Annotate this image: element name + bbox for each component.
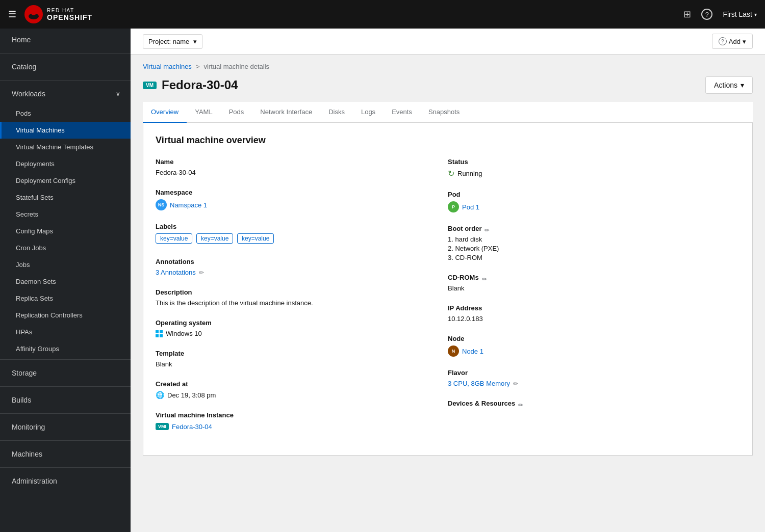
sidebar-item-builds[interactable]: Builds — [0, 389, 131, 411]
status-value: ↻ Running — [448, 169, 720, 178]
created-value: 🌐 Dec 19, 3:08 pm — [156, 391, 427, 399]
os-text: Windows 10 — [166, 330, 202, 337]
pod-label: Pod — [448, 191, 720, 198]
sidebar-item-cron-jobs[interactable]: Cron Jobs — [0, 240, 131, 256]
add-label: Add — [729, 38, 741, 45]
tab-snapshots[interactable]: Snapshots — [420, 102, 468, 123]
overview-card: Virtual machine overview Name Fedora-30-… — [143, 123, 753, 456]
sidebar-item-deployment-configs[interactable]: Deployment Configs — [0, 172, 131, 189]
actions-button[interactable]: Actions ▾ — [705, 76, 753, 94]
sidebar-item-stateful-sets[interactable]: Stateful Sets — [0, 189, 131, 206]
sidebar-item-catalog[interactable]: Catalog — [0, 56, 131, 78]
sidebar-item-workloads[interactable]: Workloads ∨ — [0, 83, 131, 105]
tab-disks[interactable]: Disks — [320, 102, 353, 123]
sidebar-item-storage[interactable]: Storage — [0, 362, 131, 384]
description-label: Description — [156, 288, 427, 296]
pod-circle-badge: P — [448, 201, 459, 212]
sidebar-affinitygroups-label: Affinity Groups — [16, 345, 59, 353]
annotations-link[interactable]: 3 Annotations — [156, 269, 196, 276]
sidebar-item-vm-templates[interactable]: Virtual Machine Templates — [0, 139, 131, 155]
add-help-icon: ? — [719, 37, 727, 45]
field-status: Status ↻ Running — [448, 158, 720, 178]
add-button[interactable]: ? Add ▾ — [712, 34, 753, 49]
breadcrumb-current: virtual machine details — [203, 63, 269, 70]
svg-rect-4 — [160, 330, 163, 333]
sidebar-configmaps-label: Config Maps — [16, 227, 53, 235]
field-labels: Labels key=value key=value key=value — [156, 223, 427, 246]
annotations-edit-icon[interactable]: ✏ — [199, 269, 204, 276]
vm-title: VM Fedora-30-04 — [143, 78, 238, 92]
sidebar-home-label: Home — [12, 36, 31, 44]
sidebar-item-daemon-sets[interactable]: Daemon Sets — [0, 273, 131, 290]
sidebar-item-replica-sets[interactable]: Replica Sets — [0, 290, 131, 307]
namespace-value: NS Namspace 1 — [156, 199, 207, 210]
vm-type-badge: VM — [143, 82, 157, 89]
sidebar-catalog-label: Catalog — [12, 63, 36, 71]
sidebar-workloads-label: Workloads — [12, 90, 45, 98]
tab-yaml[interactable]: YAML — [187, 102, 220, 123]
flavor-edit-icon[interactable]: ✏ — [513, 380, 518, 387]
sidebar-item-pods[interactable]: Pods — [0, 105, 131, 122]
user-menu[interactable]: First Last ▾ — [723, 10, 757, 18]
cdrom-label: CD-ROMs — [448, 274, 479, 281]
tab-disks-label: Disks — [328, 108, 345, 116]
main-content: Project: name ▾ ? Add ▾ Virtual machines… — [131, 29, 765, 532]
field-node: Node N Node 1 — [448, 335, 720, 357]
tabs-bar: Overview YAML Pods Network Interface Dis… — [143, 102, 753, 123]
hamburger-menu[interactable]: ☰ — [8, 9, 16, 20]
cdrom-value: Blank — [448, 284, 720, 292]
sidebar-deployment-configs-label: Deployment Configs — [16, 177, 75, 184]
tab-events[interactable]: Events — [384, 102, 420, 123]
project-selector[interactable]: Project: name ▾ — [143, 34, 202, 49]
field-name: Name Fedora-30-04 — [156, 158, 427, 176]
tab-pods[interactable]: Pods — [221, 102, 252, 123]
tab-network-interface[interactable]: Network Interface — [252, 102, 320, 123]
pod-link[interactable]: Pod 1 — [462, 203, 479, 211]
sidebar-item-replication-controllers[interactable]: Replication Controllers — [0, 307, 131, 324]
sidebar-builds-label: Builds — [12, 396, 31, 404]
sidebar-item-monitoring[interactable]: Monitoring — [0, 416, 131, 438]
sidebar-item-administration[interactable]: Administration — [0, 470, 131, 492]
overview-right-col: Status ↻ Running Pod P Pod 1 — [448, 158, 740, 443]
sidebar-pods-label: Pods — [16, 110, 31, 117]
flavor-link[interactable]: 3 CPU, 8GB Memory — [448, 380, 510, 387]
field-cdrom: CD-ROMs ✏ Blank — [448, 274, 720, 292]
logo-text: RED HAT OPENSHIFT — [47, 8, 92, 21]
field-ip: IP Address 10.12.0.183 — [448, 304, 720, 323]
sidebar-item-machines[interactable]: Machines — [0, 443, 131, 465]
sidebar-item-home[interactable]: Home — [0, 29, 131, 51]
boot-item-2: 2. Network (PXE) — [448, 245, 720, 252]
boot-item-3: 3. CD-ROM — [448, 254, 720, 261]
namespace-link[interactable]: Namspace 1 — [170, 201, 207, 209]
sidebar-item-deployments[interactable]: Deployments — [0, 155, 131, 172]
svg-rect-5 — [156, 334, 159, 337]
os-label: Operating system — [156, 319, 427, 327]
cdrom-edit-icon[interactable]: ✏ — [482, 276, 487, 283]
cdrom-header: CD-ROMs ✏ — [448, 274, 487, 284]
sidebar-replicasets-label: Replica Sets — [16, 295, 53, 302]
help-icon[interactable]: ? — [701, 9, 712, 20]
sidebar-item-config-maps[interactable]: Config Maps — [0, 223, 131, 240]
apps-grid-icon[interactable]: ⊞ — [683, 9, 691, 20]
field-namespace: Namespace NS Namspace 1 — [156, 189, 427, 210]
sidebar-item-hpas[interactable]: HPAs — [0, 324, 131, 340]
field-created: Created at 🌐 Dec 19, 3:08 pm — [156, 380, 427, 399]
sidebar-jobs-label: Jobs — [16, 261, 30, 269]
devices-edit-icon[interactable]: ✏ — [518, 402, 523, 409]
boot-order-edit-icon[interactable]: ✏ — [484, 227, 490, 234]
field-boot-order: Boot order ✏ 1. hard disk 2. Network (PX… — [448, 225, 720, 261]
tab-network-label: Network Interface — [260, 108, 312, 116]
breadcrumb-parent-link[interactable]: Virtual machines — [143, 63, 192, 70]
redhat-logo-icon — [24, 5, 43, 23]
sidebar-item-secrets[interactable]: Secrets — [0, 206, 131, 223]
tab-overview[interactable]: Overview — [143, 102, 187, 123]
sidebar-item-affinity-groups[interactable]: Affinity Groups — [0, 340, 131, 357]
node-link[interactable]: Node 1 — [462, 348, 483, 355]
tab-logs[interactable]: Logs — [353, 102, 384, 123]
sidebar-cronjobs-label: Cron Jobs — [16, 244, 46, 252]
sidebar-item-jobs[interactable]: Jobs — [0, 256, 131, 273]
vmi-link[interactable]: Fedora-30-04 — [172, 423, 212, 431]
project-chevron-icon: ▾ — [193, 38, 197, 45]
created-globe-icon: 🌐 — [156, 391, 164, 399]
sidebar-item-virtual-machines[interactable]: Virtual Machines — [0, 122, 131, 139]
